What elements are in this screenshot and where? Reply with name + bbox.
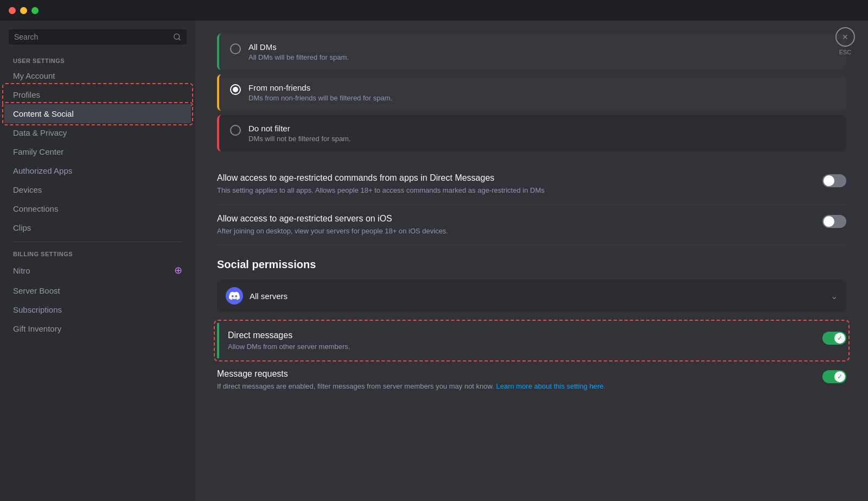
connections-label: Connections: [13, 204, 58, 213]
age-restricted-commands-text: Allow access to age-restricted commands …: [217, 173, 545, 196]
toggle-x-icon-2: ✕: [826, 218, 832, 225]
social-permissions-title: Social permissions: [217, 258, 846, 271]
age-restricted-commands-row: Allow access to age-restricted commands …: [217, 164, 846, 205]
data-privacy-label: Data & Privacy: [13, 128, 67, 137]
radio-non-friends-text: From non-friends DMs from non-friends wi…: [248, 83, 392, 102]
sidebar-item-gift-inventory[interactable]: Gift Inventory: [4, 319, 191, 338]
age-restricted-ios-row: Allow access to age-restricted servers o…: [217, 205, 846, 246]
sidebar-divider: [13, 242, 182, 242]
profiles-label: Profiles: [13, 90, 40, 99]
my-account-label: My Account: [13, 71, 55, 80]
search-input[interactable]: [14, 33, 169, 41]
sidebar-item-devices[interactable]: Devices: [4, 180, 191, 199]
close-button[interactable]: [9, 7, 16, 14]
age-restricted-ios-desc: After joining on desktop, view your serv…: [217, 226, 448, 237]
no-filter-desc: DMs will not be filtered for spam.: [248, 135, 351, 143]
direct-messages-text: Direct messages Allow DMs from other ser…: [228, 331, 350, 351]
gift-inventory-label: Gift Inventory: [13, 324, 61, 333]
server-dropdown[interactable]: All servers ⌄: [217, 280, 846, 312]
age-restricted-ios-title: Allow access to age-restricted servers o…: [217, 214, 448, 224]
toggle-x-icon: ✕: [826, 177, 832, 185]
sidebar-item-connections[interactable]: Connections: [4, 199, 191, 218]
sidebar-item-family-center[interactable]: Family Center: [4, 142, 191, 161]
nitro-badge: ⊕: [174, 264, 182, 276]
sidebar-item-clips[interactable]: Clips: [4, 218, 191, 237]
radio-all-dms-text: All DMs All DMs will be filtered for spa…: [248, 42, 349, 61]
sidebar-item-server-boost[interactable]: Server Boost: [4, 281, 191, 300]
clips-label: Clips: [13, 223, 31, 232]
radio-non-friends[interactable]: [230, 84, 241, 95]
esc-button[interactable]: ✕ ESC: [835, 27, 855, 55]
esc-label: ESC: [839, 49, 852, 55]
spam-option-non-friends[interactable]: From non-friends DMs from non-friends wi…: [217, 74, 846, 111]
minimize-button[interactable]: [20, 7, 27, 14]
message-requests-toggle[interactable]: ✓: [822, 370, 846, 383]
spam-option-no-filter[interactable]: Do not filter DMs will not be filtered f…: [217, 115, 846, 151]
sidebar-item-data-privacy[interactable]: Data & Privacy: [4, 123, 191, 142]
non-friends-title: From non-friends: [248, 83, 392, 92]
discord-logo-svg: [229, 291, 240, 300]
age-restricted-commands-title: Allow access to age-restricted commands …: [217, 173, 545, 183]
svg-line-1: [178, 39, 180, 40]
radio-no-filter-text: Do not filter DMs will not be filtered f…: [248, 124, 351, 143]
toggle-check-icon: ✓: [837, 334, 843, 342]
dropdown-label: All servers: [250, 291, 831, 301]
message-requests-desc-text: If direct messages are enabled, filter m…: [217, 382, 496, 390]
no-filter-title: Do not filter: [248, 124, 351, 133]
age-restricted-commands-desc: This setting applies to all apps. Allows…: [217, 185, 545, 196]
direct-messages-title: Direct messages: [228, 331, 350, 340]
message-requests-title: Message requests: [217, 369, 605, 379]
message-requests-desc: If direct messages are enabled, filter m…: [217, 381, 605, 392]
devices-label: Devices: [13, 185, 42, 194]
age-restricted-ios-toggle[interactable]: ✕: [822, 215, 846, 228]
search-box[interactable]: [9, 29, 187, 45]
user-settings-label: USER SETTINGS: [4, 53, 191, 66]
direct-messages-toggle[interactable]: ✓: [822, 332, 846, 345]
titlebar: [0, 0, 868, 21]
toggle-check-icon-2: ✓: [837, 373, 843, 380]
radio-no-filter[interactable]: [230, 125, 241, 136]
all-dms-title: All DMs: [248, 42, 349, 52]
direct-messages-desc: Allow DMs from other server members.: [228, 343, 350, 351]
billing-settings-label: BILLING SETTINGS: [4, 246, 191, 259]
main-content: All DMs All DMs will be filtered for spa…: [195, 21, 868, 501]
age-restricted-ios-text: Allow access to age-restricted servers o…: [217, 214, 448, 237]
spam-option-all-dms[interactable]: All DMs All DMs will be filtered for spa…: [217, 34, 846, 70]
chevron-down-icon: ⌄: [831, 291, 838, 301]
nitro-label: Nitro: [13, 266, 30, 275]
sidebar: USER SETTINGS My Account Profiles Conten…: [0, 21, 195, 501]
direct-messages-row: Direct messages Allow DMs from other ser…: [217, 323, 846, 358]
esc-circle: ✕: [835, 27, 855, 47]
radio-all-dms[interactable]: [230, 43, 241, 54]
sidebar-item-profiles[interactable]: Profiles: [4, 85, 191, 104]
sidebar-item-content-social[interactable]: Content & Social: [4, 104, 191, 123]
sidebar-item-nitro[interactable]: Nitro ⊕: [4, 259, 191, 281]
learn-more-link[interactable]: Learn more about this setting here.: [496, 382, 605, 390]
content-social-label: Content & Social: [13, 109, 74, 118]
family-center-label: Family Center: [13, 147, 63, 156]
discord-icon: [226, 287, 243, 305]
message-requests-text: Message requests If direct messages are …: [217, 369, 605, 392]
server-boost-label: Server Boost: [13, 286, 60, 295]
maximize-button[interactable]: [31, 7, 39, 14]
non-friends-desc: DMs from non-friends will be filtered fo…: [248, 94, 392, 102]
sidebar-item-my-account[interactable]: My Account: [4, 66, 191, 85]
sidebar-item-subscriptions[interactable]: Subscriptions: [4, 300, 191, 319]
age-restricted-commands-toggle[interactable]: ✕: [822, 174, 846, 187]
message-requests-row: Message requests If direct messages are …: [217, 365, 846, 401]
sidebar-item-authorized-apps[interactable]: Authorized Apps: [4, 161, 191, 180]
search-icon: [173, 33, 181, 41]
authorized-apps-label: Authorized Apps: [13, 166, 72, 175]
subscriptions-label: Subscriptions: [13, 305, 62, 314]
all-dms-desc: All DMs will be filtered for spam.: [248, 53, 349, 61]
